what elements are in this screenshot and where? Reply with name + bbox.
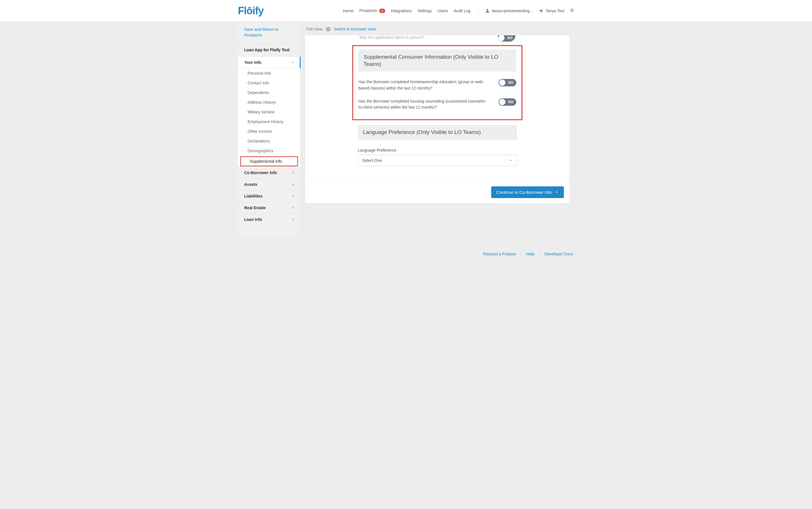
switch-to-borrower-link[interactable]: Switch to borrower view [334, 27, 376, 31]
footer-separator: | [521, 252, 522, 256]
sidebar-section-loan-info[interactable]: Loan Info [238, 214, 300, 226]
sci-highlight-box: Supplemental Consumer Information (Only … [352, 45, 523, 120]
nav-integrations[interactable]: Integrations [391, 8, 412, 13]
sidebar-item-contact-info[interactable]: Contact Info [238, 78, 300, 88]
toggle-knob [499, 99, 505, 105]
help-icon[interactable]: ? [326, 27, 330, 31]
nav-prospects-label: Prospects [359, 8, 377, 13]
continue-button-label: Continue to Co-Borrower Info [496, 190, 552, 195]
footer-request-feature[interactable]: Request a Feature [483, 252, 516, 256]
sidebar-item-supplemental-info[interactable]: Supplemental Info [240, 156, 298, 166]
sidebar-item-declarations[interactable]: Declarations [238, 136, 300, 146]
chevron-right-icon [555, 190, 559, 194]
nav-divider [478, 7, 478, 14]
page-wrap: Save and Return to Prospects Loan App fo… [238, 22, 574, 235]
content-header: Full View ? Switch to borrower view [301, 22, 574, 35]
sidebar: Save and Return to Prospects Loan App fo… [238, 22, 301, 235]
card-footer: Continue to Co-Borrower Info [305, 181, 569, 203]
sidebar-item-address-history[interactable]: Address History [238, 98, 300, 107]
prev-question-row: Was the application taken in person? NO [305, 35, 569, 45]
language-pref-label: Language Preference [358, 148, 517, 152]
sidebar-item-demographics[interactable]: Demographics [238, 146, 300, 156]
sidebar-item-employment-history[interactable]: Employment History [238, 117, 300, 127]
user-email-block[interactable]: tanya+previewtesting… [486, 8, 533, 13]
your-info-subitems: Personal Info Contact Info Dependents Ad… [238, 68, 300, 166]
form-card: Was the application taken in person? NO … [305, 35, 569, 203]
logout-icon [570, 8, 574, 12]
main-nav: Home Prospects 1 Integrations Settings U… [343, 7, 574, 14]
sidebar-section-real-estate[interactable]: Real Estate [238, 202, 300, 214]
sci-question-2-row: Has the Borrower completed housing couns… [358, 98, 516, 110]
form-scroll-area: Was the application taken in person? NO … [305, 35, 569, 181]
sidebar-section-label: Assets [244, 182, 257, 187]
nav-audit-log[interactable]: Audit Log [454, 8, 470, 13]
chevron-down-icon [291, 182, 295, 186]
sidebar-title-block: Loan App for Floify Test [238, 43, 300, 57]
prev-question-toggle[interactable]: NO [498, 35, 516, 42]
sidebar-item-dependents[interactable]: Dependents [238, 88, 300, 98]
sci-question-2-toggle[interactable]: NO [499, 98, 516, 106]
save-return-link[interactable]: Save and Return to Prospects [244, 27, 294, 38]
toggle-label: NO [507, 36, 513, 40]
brand-logo[interactable]: Flōify [238, 5, 263, 17]
prospects-badge: 1 [379, 8, 385, 13]
chevron-down-icon [291, 60, 294, 64]
chevron-down-icon [291, 194, 295, 198]
content-column: Full View ? Switch to borrower view Was … [301, 22, 574, 235]
toggle-label: NO [508, 81, 514, 84]
topbar: Flōify Home Prospects 1 Integrations Set… [0, 0, 812, 22]
sidebar-section-label: Co-Borrower Info [244, 170, 277, 175]
chevron-down-icon [291, 171, 295, 175]
select-caret-wrap [505, 159, 513, 163]
prev-question-text: Was the application taken in person? [359, 35, 425, 40]
sidebar-item-other-income[interactable]: Other Income [238, 127, 300, 136]
footer-developer-docs[interactable]: Developer Docs [544, 252, 573, 256]
sidebar-section-label: Your Info [244, 60, 261, 65]
nav-prospects[interactable]: Prospects 1 [359, 8, 385, 13]
user-email: tanya+previewtesting… [492, 8, 533, 13]
sidebar-item-personal-info[interactable]: Personal Info [238, 68, 300, 78]
nav-users[interactable]: Users [437, 8, 448, 13]
sidebar-section-label: Real Estate [244, 205, 266, 210]
language-pref-section: Language Preference (Only Visible to LO … [358, 125, 517, 166]
toggle-knob [499, 79, 505, 86]
sci-question-1-toggle[interactable]: NO [499, 79, 516, 87]
toggle-knob [498, 35, 504, 41]
nav-home[interactable]: Home [343, 8, 354, 13]
sidebar-section-label: Loan Info [244, 217, 262, 222]
chevron-down-icon [291, 206, 295, 210]
footer-separator: | [539, 252, 540, 256]
user-name-block[interactable]: Tanya Test [539, 8, 564, 13]
chevron-down-icon [291, 217, 295, 222]
footer-help[interactable]: Help [526, 252, 534, 256]
sidebar-section-assets[interactable]: Assets [238, 179, 300, 191]
language-pref-select[interactable]: Select One [358, 155, 517, 166]
logout-button[interactable] [570, 8, 574, 13]
sidebar-section-your-info[interactable]: Your Info [238, 57, 301, 68]
continue-button[interactable]: Continue to Co-Borrower Info [491, 186, 564, 198]
language-pref-heading: Language Preference (Only Visible to LO … [358, 125, 517, 140]
page-footer: Request a Feature | Help | Developer Doc… [238, 247, 574, 261]
chevron-down-icon [508, 159, 513, 163]
loan-app-title: Loan App for Floify Test [244, 47, 294, 53]
full-view-label: Full View [306, 27, 322, 31]
user-icon [486, 9, 490, 13]
shuffle-icon [539, 9, 543, 13]
sci-question-2-text: Has the Borrower completed housing couns… [358, 98, 491, 110]
sidebar-section-liabilities[interactable]: Liabilities [238, 191, 300, 202]
sci-question-1-row: Has the Borrower completed homeownership… [358, 79, 516, 91]
nav-settings[interactable]: Settings [417, 8, 432, 13]
select-placeholder: Select One [362, 158, 382, 163]
sidebar-section-co-borrower[interactable]: Co-Borrower Info [238, 167, 300, 179]
user-name: Tanya Test [545, 8, 564, 13]
save-return-block: Save and Return to Prospects [238, 22, 300, 43]
sidebar-section-label: Liabilities [244, 194, 263, 198]
sci-question-1-text: Has the Borrower completed homeownership… [358, 79, 491, 91]
sidebar-item-military-service[interactable]: Military Service [238, 107, 300, 117]
toggle-label: NO [508, 100, 514, 104]
sci-heading: Supplemental Consumer Information (Only … [358, 49, 516, 71]
